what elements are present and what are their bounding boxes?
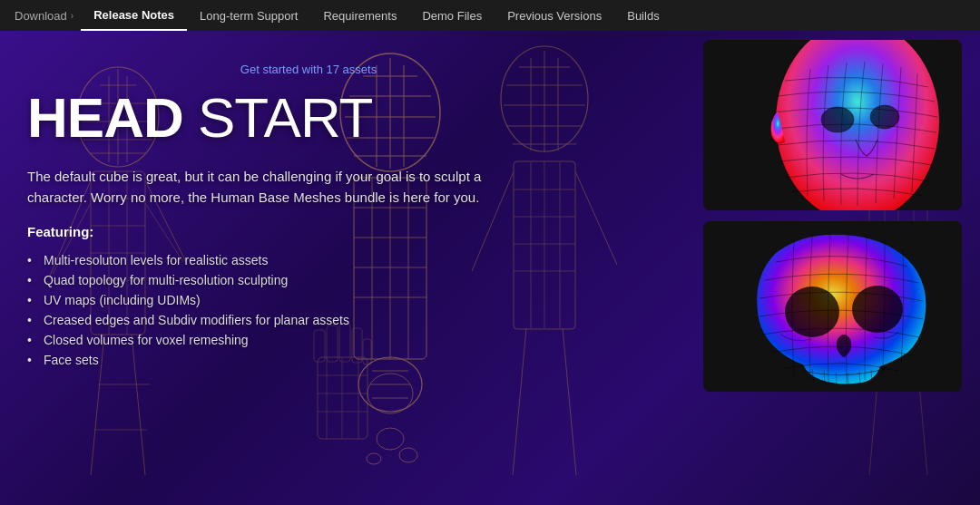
svg-point-48: [367, 453, 381, 464]
feature-item-6: Face sets: [27, 350, 572, 370]
feature-item-4: Creased edges and Subdiv modifiers for p…: [27, 310, 572, 330]
head-mesh-svg: [703, 40, 962, 210]
hero-description: The default cube is great, but it can be…: [27, 167, 535, 208]
nav-item-release-notes[interactable]: Release Notes: [81, 0, 187, 31]
nav-item-requirements[interactable]: Requirements: [310, 0, 409, 31]
main-heading: HEAD START: [27, 87, 572, 149]
featuring-label: Featuring:: [27, 224, 572, 239]
heading-light: START: [183, 86, 373, 149]
get-started-link[interactable]: Get started with 17 assets: [0, 63, 617, 76]
nav-item-long-term-support[interactable]: Long-term Support: [187, 0, 310, 31]
nav-download[interactable]: Download ›: [7, 0, 81, 31]
svg-point-104: [870, 105, 899, 129]
feature-item-2: Quad topology for multi-resolution sculp…: [27, 270, 572, 290]
chevron-icon: ›: [71, 11, 74, 21]
skull-mesh-image: [703, 221, 962, 392]
navigation: Download › Release Notes Long-term Suppo…: [0, 0, 980, 31]
nav-item-previous-versions[interactable]: Previous Versions: [495, 0, 614, 31]
feature-item-5: Closed volumes for voxel remeshing: [27, 330, 572, 350]
heading-bold: HEAD: [27, 86, 183, 149]
nav-item-builds[interactable]: Builds: [614, 0, 671, 31]
skull-mesh-svg: [703, 221, 962, 392]
content-area: Get started with 17 assets HEAD START Th…: [0, 44, 599, 388]
features-list: Multi-resoluton levels for realistic ass…: [27, 250, 572, 370]
right-panel: [703, 40, 962, 392]
feature-item-1: Multi-resoluton levels for realistic ass…: [27, 250, 572, 270]
svg-point-107: [852, 286, 903, 333]
svg-point-47: [399, 448, 417, 462]
download-label: Download: [15, 9, 67, 23]
head-mesh-image: [703, 40, 962, 210]
feature-item-3: UV maps (including UDIMs): [27, 290, 572, 310]
hero-section: Get started with 17 assets HEAD START Th…: [0, 31, 980, 505]
svg-point-106: [785, 286, 839, 337]
svg-point-46: [377, 428, 404, 450]
nav-item-demo-files[interactable]: Demo Files: [409, 0, 495, 31]
svg-point-103: [821, 107, 854, 132]
